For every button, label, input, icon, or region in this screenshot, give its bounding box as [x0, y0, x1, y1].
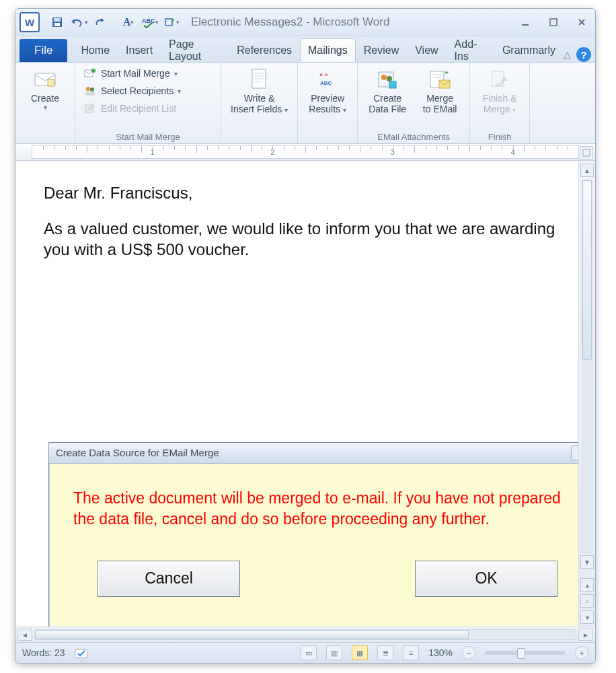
vertical-scrollbar[interactable]: ▲ ▼ ▴ ○ ▾: [578, 161, 595, 627]
svg-text:« »: « »: [319, 71, 328, 78]
ruler-scale[interactable]: 1 2 3 4: [32, 145, 579, 159]
status-words[interactable]: Words: 23: [22, 647, 65, 658]
svg-rect-30: [439, 80, 450, 88]
scroll-right-icon[interactable]: ►: [578, 629, 593, 641]
qat-font-icon[interactable]: A▾: [119, 13, 138, 32]
start-mail-merge-button[interactable]: Start Mail Merge: [81, 65, 184, 81]
group-start-mail-merge: Start Mail Merge: [81, 131, 215, 142]
tab-grammarly[interactable]: Grammarly: [494, 38, 564, 62]
create-data-file-button[interactable]: Create Data File: [363, 65, 412, 117]
app-window: W ▾ A▾ ABC ▾ ▾ Electronic Messages2 - Mi…: [15, 8, 596, 664]
svg-rect-31: [492, 71, 504, 86]
save-icon[interactable]: [48, 13, 67, 32]
scroll-thumb[interactable]: [582, 180, 592, 360]
tab-insert[interactable]: Insert: [118, 38, 161, 62]
envelope-icon: [34, 68, 56, 91]
group-email-attachments: EMail Attachments: [363, 131, 464, 142]
zoom-in-icon[interactable]: +: [575, 646, 588, 660]
next-page-icon[interactable]: ▾: [580, 610, 594, 624]
dialog-title-text: Create Data Source for EMail Merge: [56, 446, 219, 460]
zoom-out-icon[interactable]: −: [462, 646, 475, 660]
tab-page-layout[interactable]: Page Layout: [161, 38, 229, 62]
svg-text:ABC: ABC: [142, 17, 155, 24]
svg-rect-26: [389, 81, 396, 88]
write-insert-fields-button[interactable]: Write & Insert Fields ▾: [227, 65, 292, 117]
ribbon: Create ▾ Start Mail Merge: [15, 63, 595, 144]
create-data-icon: [376, 68, 399, 91]
tab-add-ins[interactable]: Add-Ins: [447, 38, 494, 62]
tab-file[interactable]: File: [20, 39, 67, 62]
svg-text:ABC: ABC: [320, 80, 332, 86]
create-label: Create: [31, 93, 59, 104]
ok-button[interactable]: OK: [415, 561, 557, 597]
svg-rect-32: [583, 149, 590, 156]
tab-view[interactable]: View: [407, 38, 446, 62]
proofing-icon[interactable]: [75, 647, 89, 659]
titlebar: W ▾ A▾ ABC ▾ ▾ Electronic Messages2 - Mi…: [15, 9, 595, 36]
cancel-button[interactable]: Cancel: [98, 561, 240, 597]
view-outline-icon[interactable]: ≣: [377, 645, 393, 660]
status-bar: Words: 23 ▭ ▥ ▦ ≣ ≡ 130% − +: [15, 642, 595, 663]
dialog-message: The active document will be merged to e-…: [73, 488, 571, 530]
svg-point-25: [387, 76, 392, 81]
ruler: 1 2 3 4: [15, 144, 595, 161]
svg-rect-14: [85, 92, 95, 96]
svg-rect-6: [522, 24, 529, 26]
svg-point-24: [381, 75, 387, 80]
tab-review[interactable]: Review: [356, 38, 407, 62]
hscroll-thumb[interactable]: [35, 630, 469, 639]
svg-point-11: [91, 69, 95, 73]
horizontal-scrollbar[interactable]: ◄ ►: [15, 627, 595, 642]
minimize-icon[interactable]: [516, 14, 535, 30]
svg-rect-7: [550, 19, 557, 26]
create-button[interactable]: Create ▾: [21, 65, 69, 114]
document-paragraph: As a valued customer, we would like to i…: [44, 218, 556, 260]
redo-icon[interactable]: [91, 13, 110, 32]
view-draft-icon[interactable]: ≡: [403, 645, 419, 660]
svg-rect-9: [48, 79, 54, 86]
svg-point-12: [86, 87, 90, 91]
svg-point-13: [90, 87, 94, 92]
document-area: Dear Mr. Franciscus, As a valued custome…: [15, 161, 595, 627]
prev-page-icon[interactable]: ▴: [580, 578, 594, 592]
dialog-create-data-source: Create Data Source for EMail Merge The a…: [48, 442, 595, 627]
svg-point-5: [171, 19, 174, 22]
svg-rect-4: [165, 19, 172, 26]
browse-object-icon[interactable]: ○: [580, 594, 594, 608]
view-print-layout-icon[interactable]: ▭: [301, 645, 317, 660]
select-recipients-button[interactable]: Select Recipients: [81, 83, 184, 99]
undo-icon[interactable]: ▾: [69, 13, 88, 32]
dialog-titlebar[interactable]: Create Data Source for EMail Merge: [49, 443, 595, 464]
document-page[interactable]: Dear Mr. Franciscus, As a valued custome…: [34, 166, 563, 627]
ribbon-collapse-icon[interactable]: △: [564, 49, 571, 60]
tab-mailings[interactable]: Mailings: [300, 38, 356, 62]
finish-icon: [488, 68, 511, 91]
svg-rect-1: [54, 18, 61, 22]
ruler-toggle-icon[interactable]: [580, 146, 593, 160]
document-icon: [248, 68, 271, 91]
ribbon-tabs: File Home Insert Page Layout References …: [15, 36, 595, 63]
zoom-slider[interactable]: [485, 651, 566, 655]
merge-to-email-button[interactable]: Merge to EMail: [416, 65, 464, 117]
view-web-layout-icon[interactable]: ▦: [352, 645, 368, 660]
view-full-reading-icon[interactable]: ▥: [326, 645, 342, 660]
zoom-level[interactable]: 130%: [428, 647, 453, 658]
scroll-up-icon[interactable]: ▲: [580, 164, 594, 177]
mail-merge-icon: [83, 67, 97, 80]
tab-references[interactable]: References: [229, 38, 300, 62]
preview-icon: « »ABC: [316, 68, 339, 91]
scroll-down-icon[interactable]: ▼: [580, 555, 594, 569]
word-app-icon: W: [20, 12, 40, 32]
window-title: Electronic Messages2 - Microsoft Word: [184, 15, 397, 29]
tab-home[interactable]: Home: [73, 38, 118, 62]
svg-rect-2: [54, 23, 60, 26]
close-icon[interactable]: [572, 14, 591, 30]
qat-spellcheck-icon[interactable]: ABC ▾: [141, 13, 159, 32]
zoom-slider-knob[interactable]: [517, 648, 525, 659]
preview-results-button[interactable]: « »ABC Preview Results ▾: [303, 65, 352, 117]
maximize-icon[interactable]: [544, 14, 563, 30]
help-icon[interactable]: ?: [576, 47, 591, 62]
document-paragraph: Dear Mr. Franciscus,: [44, 182, 556, 203]
scroll-left-icon[interactable]: ◄: [17, 629, 32, 641]
qat-misc-icon[interactable]: ▾: [162, 13, 181, 32]
